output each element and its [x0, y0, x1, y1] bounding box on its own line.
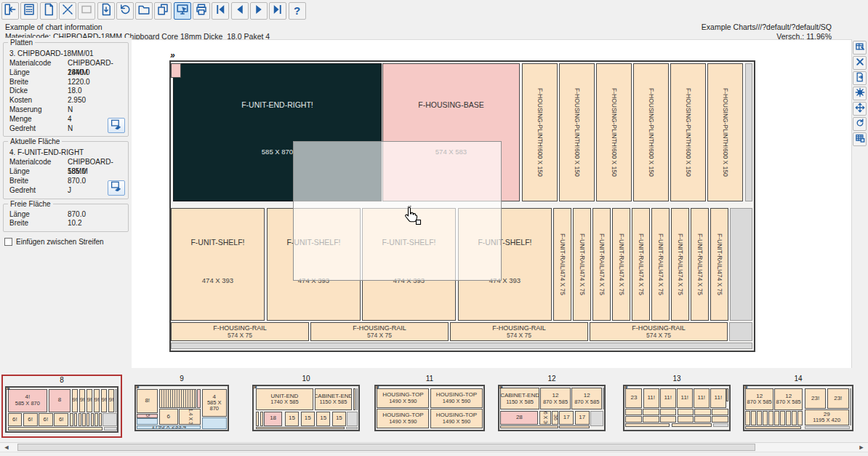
calculator-icon — [23, 3, 36, 19]
drag-cursor-icon — [401, 205, 422, 228]
sheet-thumbnail-11[interactable]: 11»HOUSING-TOP1490 X 590HOUSING-TOP1490 … — [372, 375, 487, 438]
panel-piece-f-unit-rail-[interactable]: F-UNIT-RAIL!474 X 75 — [632, 208, 650, 321]
panel-piece-f-unit-rail-[interactable]: F-UNIT-RAIL!474 X 75 — [553, 208, 571, 321]
mini-piece — [751, 411, 755, 425]
strip-marker: » — [7, 385, 9, 392]
panel-piece-f-housing-rail[interactable]: F-HOUSING-RAIL574 X 75 — [310, 322, 449, 341]
sheet-thumbnail-12[interactable]: 12»CABINET-END1150 X 58512870 X 58512870… — [496, 375, 608, 438]
grid-select-button[interactable] — [853, 132, 867, 146]
panel-piece-f-housing-plinth-[interactable]: F-HOUSING-PLINTH!600 X 150 — [559, 63, 595, 201]
rotate-piece-button[interactable] — [853, 117, 867, 131]
mini-piece: 12870 X 585 — [774, 388, 802, 410]
waste-piece — [730, 208, 752, 321]
sheet-thumbnail-9[interactable]: 9»8!4585 X 8706701.4 X 3936!1795 X 233.4 — [132, 375, 231, 438]
grid-select-icon — [855, 133, 865, 146]
panel-piece-f-housing-plinth-[interactable]: F-HOUSING-PLINTH!600 X 150 — [670, 63, 706, 201]
flip-piece-button[interactable] — [853, 71, 867, 85]
calculation-button[interactable] — [20, 2, 38, 20]
panel-piece-f-unit-rail-[interactable]: F-UNIT-RAIL!474 X 75 — [592, 208, 611, 321]
mini-piece — [792, 411, 796, 425]
panel-piece-f-unit-rail-[interactable]: F-UNIT-RAIL!474 X 75 — [691, 208, 709, 321]
import-button[interactable] — [97, 2, 115, 20]
panel-piece-f-unit-rail-[interactable]: F-UNIT-RAIL!474 X 75 — [612, 208, 630, 321]
strip-marker: » — [170, 50, 175, 60]
panel-piece-f-housing-rail[interactable]: F-HOUSING-RAIL574 X 75 — [171, 322, 309, 341]
new-document-icon — [42, 3, 55, 19]
panel-piece-f-unit-rail-[interactable]: F-UNIT-RAIL!474 X 75 — [671, 208, 689, 321]
insert-between-strips-checkbox[interactable] — [4, 238, 12, 246]
group-subtitle: 3. CHIPBOARD-18MM/01 — [9, 49, 125, 57]
panel-piece-f-housing-rail[interactable]: F-HOUSING-RAIL574 X 75 — [590, 322, 728, 341]
layout-canvas: » F-UNIT-END-RIGHT!585 X 870F-HOUSING-BA… — [132, 39, 852, 369]
panel-action-button[interactable] — [108, 118, 125, 133]
scroll-right-arrow[interactable]: ► — [856, 443, 867, 452]
mini-piece: 15 — [301, 412, 315, 426]
panel-piece-f-housing-plinth-[interactable]: F-HOUSING-PLINTH!600 X 150 — [707, 63, 743, 201]
panel-piece-f-housing-rail[interactable]: F-HOUSING-RAIL574 X 75 — [450, 322, 588, 341]
dimensions-button[interactable] — [853, 41, 867, 55]
mini-piece — [82, 413, 85, 426]
scroll-left-arrow[interactable]: ◄ — [1, 443, 12, 452]
mini-piece — [260, 412, 263, 426]
property-row: Breite1220.0 — [7, 78, 125, 87]
panel-piece-f-unit-rail-[interactable]: F-UNIT-RAIL!474 X 75 — [651, 208, 670, 321]
mini-piece: 4!585 X 870 — [8, 389, 48, 412]
exit-button[interactable] — [1, 2, 19, 20]
mini-piece — [87, 413, 89, 426]
strip-marker: » — [254, 384, 257, 391]
panel-piece-f-unit-rail-[interactable]: F-UNIT-RAIL!474 X 75 — [573, 208, 591, 321]
mini-piece: 17 — [575, 411, 590, 425]
sheet-thumbnail-10[interactable]: 10»UNIT-END1740 X 585CABINET-END1150 X 5… — [250, 375, 362, 438]
mini-piece — [694, 416, 710, 423]
print-button[interactable] — [193, 2, 210, 20]
help-button[interactable]: ? — [289, 2, 306, 20]
horizontal-scrollbar[interactable]: ◄ ► — [0, 442, 868, 452]
mini-piece — [256, 412, 259, 426]
panel-piece-f-housing-plinth-[interactable]: F-HOUSING-PLINTH!600 X 150 — [596, 63, 632, 201]
mini-piece — [660, 409, 676, 415]
settings-button[interactable] — [853, 87, 867, 100]
placeholder-button[interactable] — [78, 2, 95, 20]
last-sheet-button[interactable] — [269, 2, 286, 20]
panel-action-button[interactable] — [108, 180, 125, 196]
delete-button[interactable] — [853, 56, 867, 70]
mini-piece: 291195 X 420 — [805, 409, 849, 425]
offcut-piece[interactable] — [171, 63, 181, 78]
mini-piece: 18 — [264, 412, 281, 426]
previous-sheet-button[interactable] — [231, 2, 249, 20]
panel-piece-f-unit-rail-[interactable]: F-UNIT-RAIL!474 X 75 — [710, 208, 728, 321]
sheet-thumbnail-8[interactable]: 8»4!585 X 87089!9!9!9!9!9!6!6!6!6! — [1, 375, 122, 438]
property-row: Breite10.2 — [7, 219, 125, 228]
thumbnail-number: 10 — [250, 375, 362, 383]
new-document-button[interactable] — [40, 2, 57, 20]
mini-piece: 4585 X 870 — [202, 389, 227, 417]
panel-piece-f-housing-plinth-[interactable]: F-HOUSING-PLINTH!600 X 150 — [633, 63, 669, 201]
panel-piece-f-housing-plinth-[interactable]: F-HOUSING-PLINTH!600 X 150 — [522, 63, 558, 201]
sheet-thumbnail-14[interactable]: 14»12870 X 58512870 X 58523!23!291195 X … — [741, 375, 856, 438]
sheet-thumbnails-strip: 8»4!585 X 87089!9!9!9!9!9!6!6!6!6!9»8!45… — [0, 368, 868, 441]
group-title: Aktuelle Fläche — [8, 137, 62, 145]
mini-piece: 23 — [625, 388, 642, 408]
panel-piece-f-unit-shelf-[interactable]: F-UNIT-SHELF!474 X 393 — [171, 208, 265, 321]
select-screen-button[interactable] — [174, 2, 191, 20]
copy-button[interactable] — [154, 2, 172, 20]
printer-icon — [195, 3, 208, 19]
mini-piece — [643, 409, 659, 415]
copy-icon — [156, 3, 169, 19]
mini-piece — [763, 411, 767, 425]
mini-piece: 9! — [108, 389, 115, 412]
strip-marker: » — [376, 384, 379, 391]
sheet-thumbnail-13[interactable]: 13»2311!11!11!11!11! — [621, 375, 733, 438]
rotate-icon — [855, 118, 865, 131]
blank-icon — [80, 3, 93, 19]
open-folder-button[interactable] — [135, 2, 153, 20]
saw-button[interactable] — [59, 2, 76, 20]
next-sheet-button[interactable] — [250, 2, 268, 20]
scrollbar-thumb[interactable] — [17, 444, 755, 451]
undo-button[interactable] — [116, 2, 134, 20]
mini-piece — [745, 411, 750, 425]
first-sheet-button[interactable] — [212, 2, 229, 20]
mini-piece: 17 — [559, 411, 574, 425]
thumbnail-sheet: »12870 X 58512870 X 58523!23!291195 X 42… — [743, 385, 853, 431]
move-piece-button[interactable] — [853, 102, 867, 116]
